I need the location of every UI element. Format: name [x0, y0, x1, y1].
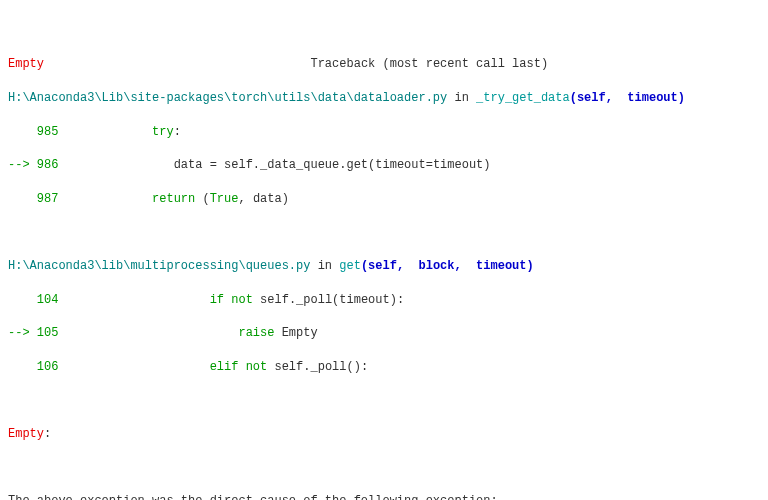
empty-error: Empty:	[8, 426, 760, 443]
arrow-icon: -->	[8, 326, 37, 340]
code-line: 104 if not self._poll(timeout):	[8, 292, 760, 309]
func-sig: (self, timeout)	[570, 91, 685, 105]
code-line-current: --> 105 raise Empty	[8, 325, 760, 342]
error-name: Empty	[8, 57, 44, 71]
tb1-file: H:\Anaconda3\Lib\site-packages\torch\uti…	[8, 90, 760, 107]
code-line: 106 elif not self._poll():	[8, 359, 760, 376]
func-name: _try_get_data	[476, 91, 570, 105]
arrow-icon: -->	[8, 158, 37, 172]
blank	[8, 460, 760, 477]
func-sig: (self, block, timeout)	[361, 259, 534, 273]
code-line-current: --> 986 data = self._data_queue.get(time…	[8, 157, 760, 174]
blank	[8, 224, 760, 241]
tb-label: Traceback (most recent call last)	[310, 57, 548, 71]
file-path: H:\Anaconda3\Lib\site-packages\torch\uti…	[8, 91, 447, 105]
tb2-file: H:\Anaconda3\lib\multiprocessing\queues.…	[8, 258, 760, 275]
func-name: get	[339, 259, 361, 273]
blank	[8, 392, 760, 409]
cause-text: The above exception was the direct cause…	[8, 493, 760, 500]
code-line: 987 return (True, data)	[8, 191, 760, 208]
tb1-header: Empty Traceback (most recent call last)	[8, 56, 760, 73]
code-line: 985 try:	[8, 124, 760, 141]
file-path: H:\Anaconda3\lib\multiprocessing\queues.…	[8, 259, 310, 273]
